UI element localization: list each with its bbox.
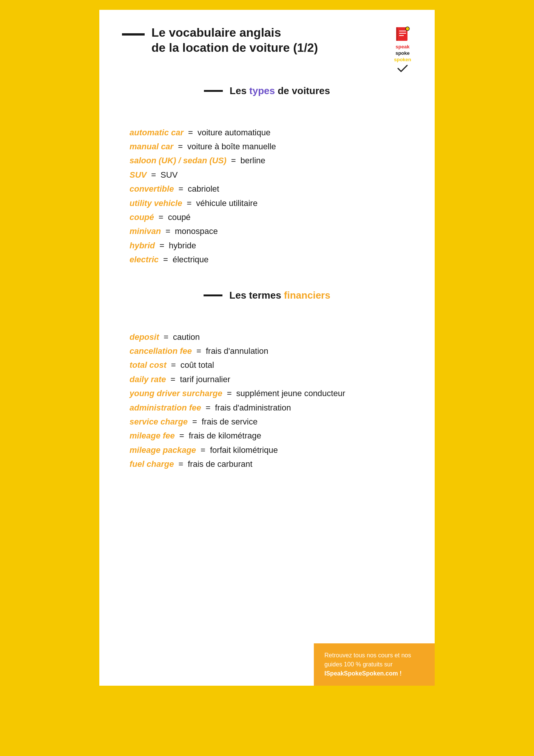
list-item: SUV = SUV bbox=[130, 168, 412, 182]
def-mileage-fee: frais de kilométrage bbox=[189, 429, 261, 443]
list-item: mileage package = forfait kilométrique bbox=[130, 443, 412, 457]
def-manual-car: voiture à boîte manuelle bbox=[187, 139, 276, 153]
list-item: utility vehicle = véhicule utilitaire bbox=[130, 196, 412, 210]
list-item: total cost = coût total bbox=[130, 358, 412, 372]
def-suv: SUV bbox=[161, 168, 177, 182]
def-minivan: monospace bbox=[175, 224, 218, 238]
def-young-driver-surcharge: supplément jeune conducteur bbox=[236, 386, 346, 400]
term-automatic-car: automatic car bbox=[130, 125, 184, 139]
def-mileage-package: forfait kilométrique bbox=[210, 443, 278, 457]
vocab-list-types: automatic car = voiture automatique manu… bbox=[122, 122, 412, 271]
section-title-types: Les types de voitures bbox=[230, 85, 330, 97]
section-line-types bbox=[204, 90, 223, 92]
term-manual-car: manual car bbox=[130, 139, 173, 153]
term-suv: SUV bbox=[130, 168, 147, 182]
header-line-decoration bbox=[122, 33, 145, 36]
term-mileage-package: mileage package bbox=[130, 443, 196, 457]
list-item: fuel charge = frais de carburant bbox=[130, 457, 412, 471]
list-item: electric = électrique bbox=[130, 253, 412, 266]
list-item: cancellation fee = frais d'annulation bbox=[130, 344, 412, 358]
list-item: coupé = coupé bbox=[130, 210, 412, 224]
def-daily-rate: tarif journalier bbox=[180, 372, 230, 386]
term-convertible: convertible bbox=[130, 182, 174, 196]
def-deposit: caution bbox=[173, 330, 200, 344]
term-deposit: deposit bbox=[130, 330, 159, 344]
page: Le vocabulaire anglais de la location de… bbox=[97, 8, 437, 688]
section-title-highlight-types: types bbox=[249, 85, 275, 96]
section-types: Les types de voitures automatic car = vo… bbox=[122, 85, 412, 271]
header: Le vocabulaire anglais de la location de… bbox=[122, 25, 412, 74]
def-cancellation-fee: frais d'annulation bbox=[206, 344, 269, 358]
term-utility-vehicle: utility vehicle bbox=[130, 196, 182, 210]
list-item: hybrid = hybride bbox=[130, 239, 412, 253]
logo-checkmark bbox=[397, 65, 408, 74]
footer-text: Retrouvez tous nos cours et nos guides 1… bbox=[324, 651, 424, 678]
list-item: saloon (UK) / sedan (US) = berline bbox=[130, 153, 412, 167]
term-hybrid: hybrid bbox=[130, 239, 155, 253]
list-item: manual car = voiture à boîte manuelle bbox=[130, 139, 412, 153]
def-administration-fee: frais d'administration bbox=[215, 401, 291, 415]
page-title: Le vocabulaire anglais de la location de… bbox=[151, 25, 318, 55]
list-item: deposit = caution bbox=[130, 330, 412, 344]
section-line-financiers bbox=[204, 294, 222, 296]
section-title-highlight-financiers: financiers bbox=[284, 290, 330, 301]
def-fuel-charge: frais de carburant bbox=[188, 457, 252, 471]
list-item: administration fee = frais d'administrat… bbox=[130, 401, 412, 415]
term-electric: electric bbox=[130, 253, 159, 266]
list-item: young driver surcharge = supplément jeun… bbox=[130, 386, 412, 400]
def-total-cost: coût total bbox=[181, 358, 214, 372]
def-saloon: berline bbox=[241, 153, 265, 167]
term-saloon: saloon (UK) / sedan (US) bbox=[130, 153, 227, 167]
term-cancellation-fee: cancellation fee bbox=[130, 344, 192, 358]
list-item: service charge = frais de service bbox=[130, 415, 412, 429]
def-convertible: cabriolet bbox=[188, 182, 219, 196]
section-header-financiers: Les termes financiers bbox=[122, 290, 412, 301]
def-utility-vehicle: véhicule utilitaire bbox=[196, 196, 258, 210]
def-hybrid: hybride bbox=[169, 239, 196, 253]
footer-link[interactable]: ISpeakSpokeSpoken.com ! bbox=[324, 670, 402, 677]
section-header-types: Les types de voitures bbox=[122, 85, 412, 97]
list-item: convertible = cabriolet bbox=[130, 182, 412, 196]
section-title-financiers: Les termes financiers bbox=[229, 290, 330, 301]
term-service-charge: service charge bbox=[130, 415, 188, 429]
term-total-cost: total cost bbox=[130, 358, 167, 372]
term-daily-rate: daily rate bbox=[130, 372, 166, 386]
svg-point-5 bbox=[406, 27, 409, 31]
list-item: daily rate = tarif journalier bbox=[130, 372, 412, 386]
gap-financiers bbox=[122, 315, 412, 326]
logo-area: speak spoke spoken bbox=[393, 25, 412, 74]
logo-icon bbox=[393, 25, 412, 44]
def-electric: électrique bbox=[173, 253, 208, 266]
header-title-area: Le vocabulaire anglais de la location de… bbox=[122, 25, 318, 55]
gap-types bbox=[122, 110, 412, 122]
list-item: minivan = monospace bbox=[130, 224, 412, 238]
def-coupe: coupé bbox=[168, 210, 191, 224]
footer-box: Retrouvez tous nos cours et nos guides 1… bbox=[314, 643, 435, 686]
term-mileage-fee: mileage fee bbox=[130, 429, 175, 443]
section-financiers: Les termes financiers deposit = caution … bbox=[122, 290, 412, 475]
term-minivan: minivan bbox=[130, 224, 161, 238]
term-administration-fee: administration fee bbox=[130, 401, 201, 415]
list-item: mileage fee = frais de kilométrage bbox=[130, 429, 412, 443]
svg-rect-1 bbox=[396, 27, 398, 41]
vocab-list-financiers: deposit = caution cancellation fee = fra… bbox=[122, 326, 412, 475]
list-item: automatic car = voiture automatique bbox=[130, 125, 412, 139]
term-fuel-charge: fuel charge bbox=[130, 457, 174, 471]
def-service-charge: frais de service bbox=[202, 415, 258, 429]
term-coupe: coupé bbox=[130, 210, 154, 224]
term-young-driver-surcharge: young driver surcharge bbox=[130, 386, 222, 400]
def-automatic-car: voiture automatique bbox=[198, 125, 270, 139]
logo-text: speak spoke spoken bbox=[394, 44, 411, 63]
